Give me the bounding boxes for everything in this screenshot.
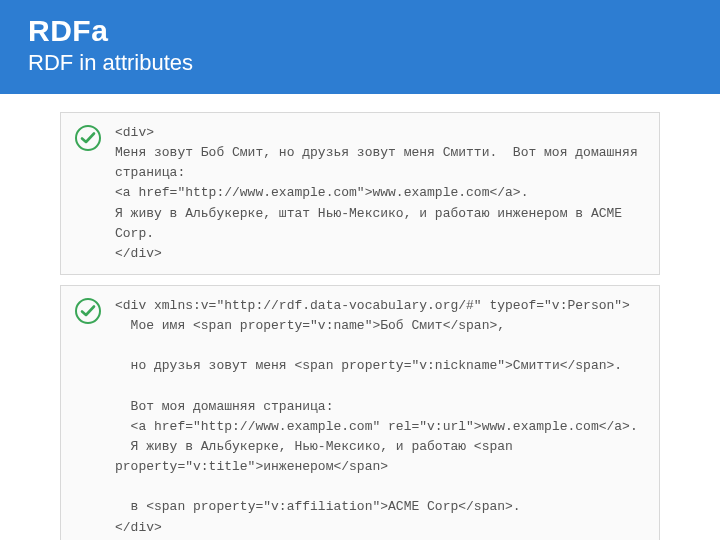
code-snippet: <div> Меня зовут Боб Смит, но друзья зов… xyxy=(115,123,645,264)
checkmark-icon xyxy=(75,298,101,324)
slide-title: RDFa xyxy=(28,14,692,48)
checkmark-icon xyxy=(75,125,101,151)
code-snippet: <div xmlns:v="http://rdf.data-vocabulary… xyxy=(115,296,645,538)
slide-content: <div> Меня зовут Боб Смит, но друзья зов… xyxy=(0,94,720,540)
slide-header: RDFa RDF in attributes xyxy=(0,0,720,94)
code-example-card: <div> Меня зовут Боб Смит, но друзья зов… xyxy=(60,112,660,275)
slide-subtitle: RDF in attributes xyxy=(28,50,692,76)
code-example-card: <div xmlns:v="http://rdf.data-vocabulary… xyxy=(60,285,660,540)
